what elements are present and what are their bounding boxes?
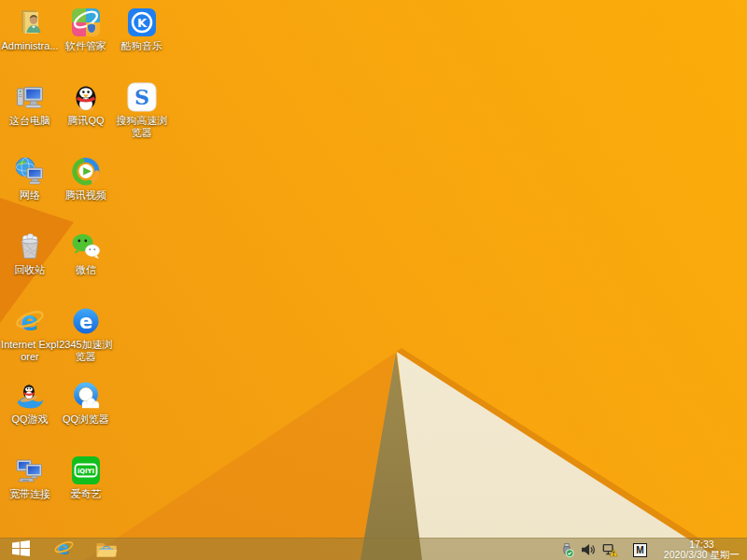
recycle-bin-icon: [13, 230, 47, 263]
desktop: Administra... 软件管家 K: [0, 0, 747, 560]
desktop-icon-wechat[interactable]: 微信: [56, 230, 116, 276]
network-icon: [13, 155, 47, 189]
taskbar-clock[interactable]: 17:33 2020/3/30 星期一: [664, 539, 740, 560]
internet-explorer-icon: e: [53, 538, 75, 560]
2345-browser-icon: e: [69, 304, 103, 338]
desktop-icon-label: 酷狗音乐: [121, 40, 162, 52]
tencent-video-icon: [69, 155, 103, 189]
desktop-icon-label: 2345加速浏览器: [56, 339, 116, 363]
iqiyi-icon: iQIYI: [69, 454, 103, 487]
svg-text:K: K: [137, 16, 148, 30]
administrator-folder-icon: [13, 6, 47, 39]
svg-text:e: e: [57, 538, 69, 558]
qq-browser-icon: [69, 379, 103, 413]
desktop-icon-label: 宽带连接: [9, 488, 50, 500]
clock-date: 2020/3/30 星期一: [664, 550, 740, 560]
desktop-icon-administrator[interactable]: Administra...: [0, 6, 60, 52]
desktop-icon-label: Administra...: [1, 40, 58, 52]
qq-games-icon: [13, 379, 47, 413]
this-pc-icon: [13, 80, 47, 114]
desktop-icon-label: 这台电脑: [9, 115, 50, 127]
network-status-warning-icon[interactable]: [602, 539, 618, 560]
svg-text:S: S: [134, 85, 149, 109]
tencent-qq-icon: [69, 80, 103, 114]
desktop-icon-internet-explorer[interactable]: e Internet Explorer: [0, 304, 60, 363]
desktop-icon-qq-browser[interactable]: QQ浏览器: [56, 379, 116, 426]
desktop-icon-qq-games[interactable]: QQ游戏: [0, 379, 60, 426]
taskbar: e: [0, 538, 747, 560]
desktop-icon-label: 微信: [76, 264, 96, 276]
system-tray: M 17:33 2020/3/30 星期一: [559, 539, 747, 560]
desktop-icon-network[interactable]: 网络: [0, 155, 60, 202]
desktop-icon-label: Internet Explorer: [0, 339, 60, 363]
start-button[interactable]: [8, 539, 33, 560]
software-manager-icon: [69, 6, 103, 39]
desktop-icon-label: 搜狗高速浏览器: [112, 115, 172, 139]
desktop-icon-tencent-video[interactable]: 腾讯视频: [56, 155, 116, 202]
safely-remove-hardware-icon[interactable]: [559, 539, 575, 560]
desktop-icon-recycle-bin[interactable]: 回收站: [0, 230, 60, 276]
svg-text:e: e: [79, 311, 92, 333]
desktop-icon-label: 腾讯QQ: [67, 115, 104, 127]
desktop-icon-label: 软件管家: [65, 40, 106, 52]
input-method-indicator[interactable]: M: [633, 543, 647, 557]
desktop-icon-label: 爱奇艺: [71, 488, 102, 500]
taskbar-internet-explorer-button[interactable]: e: [51, 539, 76, 560]
internet-explorer-icon: e: [13, 304, 47, 338]
desktop-icon-label: 回收站: [15, 264, 46, 276]
broadband-connection-icon: [13, 454, 47, 487]
file-explorer-icon: [95, 539, 118, 560]
desktop-icon-sogou-browser[interactable]: S 搜狗高速浏览器: [112, 80, 172, 139]
svg-text:iQIYI: iQIYI: [78, 468, 94, 475]
desktop-icon-label: QQ浏览器: [63, 413, 109, 426]
desktop-icon-2345-browser[interactable]: e 2345加速浏览器: [56, 304, 116, 363]
desktop-icon-label: QQ游戏: [11, 413, 48, 426]
taskbar-file-explorer-button[interactable]: [94, 539, 119, 560]
desktop-icon-label: 腾讯视频: [65, 189, 106, 202]
sogou-browser-icon: S: [125, 80, 159, 114]
kugou-music-icon: K: [125, 6, 159, 39]
desktop-icon-tencent-qq[interactable]: 腾讯QQ: [56, 80, 116, 127]
desktop-icon-kugou-music[interactable]: K 酷狗音乐: [112, 6, 172, 52]
desktop-icon-this-pc[interactable]: 这台电脑: [0, 80, 60, 127]
windows-logo-icon: [12, 540, 30, 559]
desktop-icon-label: 网络: [20, 189, 40, 202]
taskbar-left: e: [0, 539, 119, 560]
desktop-icon-software-manager[interactable]: 软件管家: [56, 6, 116, 52]
desktop-icon-broadband[interactable]: 宽带连接: [0, 454, 60, 500]
volume-icon[interactable]: [581, 539, 597, 560]
desktop-icon-iqiyi[interactable]: iQIYI 爱奇艺: [56, 454, 116, 500]
wechat-icon: [69, 230, 103, 263]
